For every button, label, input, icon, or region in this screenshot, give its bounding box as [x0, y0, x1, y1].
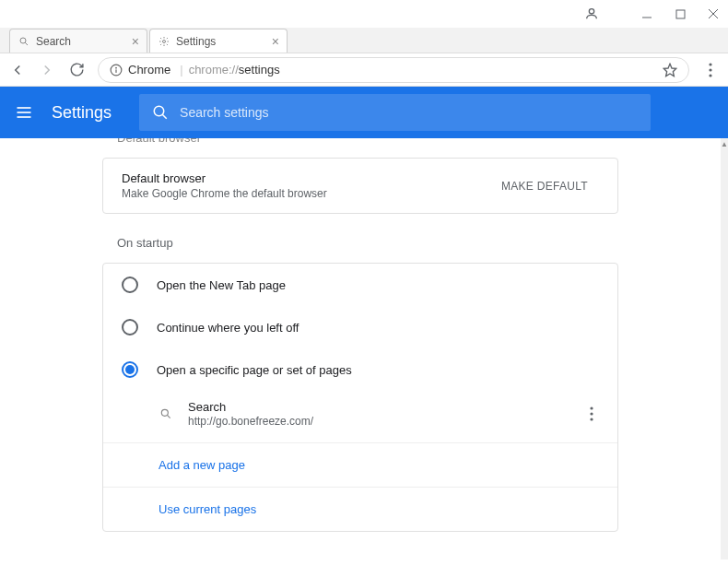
svg-line-6 — [25, 42, 28, 45]
svg-point-24 — [590, 418, 593, 420]
make-default-button[interactable]: MAKE DEFAULT — [490, 172, 599, 200]
svg-point-0 — [589, 9, 593, 14]
radio-icon — [122, 277, 138, 293]
svg-point-20 — [161, 409, 168, 416]
svg-line-21 — [167, 415, 170, 418]
advanced-label: Advanced — [323, 558, 377, 559]
svg-point-5 — [20, 38, 26, 43]
radio-checked-icon — [122, 361, 138, 378]
section-label-default-browser: Default browser — [102, 138, 618, 158]
tab-close-icon[interactable]: × — [272, 34, 279, 49]
settings-content: Default browser Default browser Make Goo… — [0, 138, 721, 559]
radio-label: Open a specific page or set of pages — [157, 363, 352, 377]
svg-point-12 — [709, 63, 711, 65]
back-icon[interactable] — [9, 62, 26, 78]
advanced-toggle[interactable]: Advanced — [102, 532, 618, 559]
tab-title: Settings — [176, 35, 268, 48]
svg-point-9 — [115, 66, 117, 68]
svg-line-19 — [162, 114, 167, 119]
default-browser-card: Default browser Make Google Chrome the d… — [102, 158, 618, 214]
address-bar[interactable]: Chrome | chrome:// settings — [98, 57, 689, 83]
radio-icon — [122, 319, 138, 335]
startup-page-name: Search — [188, 400, 584, 414]
default-browser-subtitle: Make Google Chrome the default browser — [122, 187, 490, 200]
tab-strip: Search × Settings × — [0, 28, 728, 53]
account-icon[interactable] — [584, 6, 599, 21]
search-favicon-icon — [18, 35, 30, 48]
gear-favicon-icon — [158, 35, 170, 48]
startup-page-url: http://go.bonefreeze.com/ — [188, 415, 584, 428]
svg-point-23 — [590, 412, 593, 415]
chevron-down-icon — [386, 559, 397, 560]
radio-label: Open the New Tab page — [157, 278, 286, 292]
tab-search[interactable]: Search × — [9, 29, 147, 53]
radio-label: Continue where you left off — [157, 321, 299, 335]
use-current-pages-link[interactable]: Use current pages — [103, 487, 617, 531]
hamburger-icon[interactable] — [15, 103, 33, 122]
chrome-menu-icon[interactable] — [702, 62, 719, 78]
svg-point-22 — [590, 406, 593, 409]
svg-point-18 — [154, 106, 164, 116]
svg-rect-10 — [115, 69, 116, 73]
svg-point-7 — [163, 40, 166, 42]
on-startup-card: Open the New Tab page Continue where you… — [102, 263, 618, 532]
startup-option-specific-pages[interactable]: Open a specific page or set of pages — [103, 348, 617, 391]
maximize-icon[interactable] — [673, 6, 687, 21]
svg-rect-2 — [676, 10, 685, 18]
svg-marker-11 — [663, 64, 675, 76]
default-browser-title: Default browser — [122, 171, 490, 185]
tab-close-icon[interactable]: × — [132, 34, 139, 49]
toolbar: Chrome | chrome:// settings — [0, 53, 728, 87]
minimize-icon[interactable] — [640, 6, 654, 21]
startup-page-entry: Search http://go.bonefreeze.com/ — [103, 391, 617, 437]
svg-point-14 — [709, 74, 711, 77]
startup-option-new-tab[interactable]: Open the New Tab page — [103, 264, 617, 306]
scroll-up-icon[interactable]: ▲ — [721, 138, 728, 149]
scrollbar[interactable]: ▲ — [721, 138, 728, 559]
settings-search-input[interactable] — [180, 105, 638, 120]
search-icon — [152, 104, 169, 121]
reload-icon[interactable] — [68, 62, 85, 78]
tab-settings[interactable]: Settings × — [149, 29, 288, 53]
page-title: Settings — [52, 103, 112, 123]
startup-option-continue[interactable]: Continue where you left off — [103, 306, 617, 348]
secure-chip-icon — [110, 64, 123, 77]
tab-title: Search — [36, 35, 128, 48]
bookmark-star-icon[interactable] — [663, 63, 677, 77]
window-titlebar — [0, 0, 728, 28]
omnibox-origin: Chrome — [128, 63, 170, 77]
add-new-page-link[interactable]: Add a new page — [103, 442, 617, 487]
settings-search[interactable] — [139, 94, 651, 131]
magnifier-favicon-icon — [159, 406, 173, 421]
forward-icon[interactable] — [39, 62, 55, 78]
omnibox-scheme: chrome:// — [189, 63, 239, 77]
omnibox-path: settings — [239, 63, 280, 77]
page-more-icon[interactable] — [584, 406, 599, 421]
section-label-on-startup: On startup — [102, 214, 618, 263]
svg-point-13 — [709, 68, 711, 71]
close-icon[interactable] — [706, 6, 721, 21]
settings-header: Settings — [0, 87, 728, 138]
